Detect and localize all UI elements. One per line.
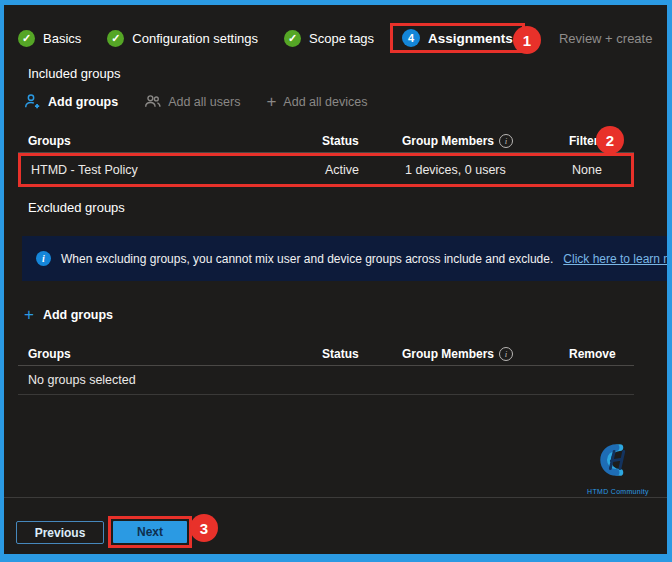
assignments-wizard-screen: ✓ Basics ✓ Configuration settings ✓ Scop… — [0, 0, 672, 562]
check-icon: ✓ — [284, 30, 301, 47]
add-all-users-button[interactable]: Add all users — [144, 93, 240, 110]
htmd-community-logo: HTMD Community — [585, 437, 651, 495]
column-header-group-members: Group Members i — [402, 347, 569, 361]
add-groups-button[interactable]: Add groups — [24, 93, 118, 110]
column-header-status: Status — [322, 134, 402, 148]
included-groups-table: Groups Status Group Members i Filter HTM… — [18, 129, 634, 187]
next-button[interactable]: Next — [113, 521, 187, 543]
column-header-group-members: Group Members i — [402, 134, 569, 148]
person-add-icon — [24, 93, 41, 110]
column-header-label: Group Members — [402, 134, 494, 148]
column-header-status: Status — [322, 347, 402, 361]
step-number-badge: 4 — [402, 29, 420, 47]
annotation-box-next: Next — [108, 516, 192, 548]
check-icon: ✓ — [18, 30, 35, 47]
empty-table-message: No groups selected — [18, 366, 634, 395]
previous-button[interactable]: Previous — [16, 521, 104, 544]
table-header-row: Groups Status Group Members i Filter — [18, 129, 634, 153]
plus-icon: + — [24, 308, 34, 322]
logo-text: HTMD Community — [585, 488, 651, 495]
tab-review-create[interactable]: Review + create — [559, 31, 653, 46]
plus-icon: + — [266, 95, 276, 109]
tab-label: Assignments — [428, 31, 513, 46]
people-icon — [144, 93, 161, 110]
excluded-groups-heading: Excluded groups — [28, 200, 125, 215]
excluded-add-groups-button[interactable]: + Add groups — [24, 308, 113, 322]
check-icon: ✓ — [107, 30, 124, 47]
annotation-step-2: 2 — [596, 126, 624, 154]
cell-filter: None — [572, 163, 631, 177]
cell-group-name: HTMD - Test Policy — [31, 163, 325, 177]
info-icon[interactable]: i — [499, 347, 513, 361]
footer-divider — [4, 497, 667, 498]
action-label: Add all devices — [283, 95, 367, 109]
tab-basics[interactable]: ✓ Basics — [18, 30, 81, 47]
banner-text: When excluding groups, you cannot mix us… — [61, 252, 553, 266]
tab-assignments[interactable]: 4 Assignments — [390, 23, 525, 53]
cell-members: 1 devices, 0 users — [405, 163, 572, 177]
htmd-logo-icon — [589, 437, 647, 483]
annotation-step-1: 1 — [513, 26, 541, 54]
tab-label: Configuration settings — [132, 31, 258, 46]
tab-label: Review + create — [559, 31, 653, 46]
cell-status: Active — [325, 163, 405, 177]
wizard-steps: ✓ Basics ✓ Configuration settings ✓ Scop… — [18, 21, 652, 55]
tab-label: Scope tags — [309, 31, 374, 46]
annotation-step-3: 3 — [190, 514, 218, 542]
column-header-remove: Remove — [569, 347, 634, 361]
action-label: Add groups — [48, 95, 118, 109]
included-groups-heading: Included groups — [28, 66, 121, 81]
add-all-devices-button[interactable]: + Add all devices — [266, 95, 367, 109]
tab-configuration-settings[interactable]: ✓ Configuration settings — [107, 30, 258, 47]
column-header-label: Group Members — [402, 347, 494, 361]
info-icon[interactable]: i — [499, 134, 513, 148]
learn-more-link[interactable]: Click here to learn more about — [563, 252, 667, 266]
action-label: Add all users — [168, 95, 240, 109]
column-header-groups: Groups — [28, 347, 322, 361]
table-header-row: Groups Status Group Members i Remove — [18, 342, 634, 366]
tab-label: Basics — [43, 31, 81, 46]
table-row[interactable]: HTMD - Test Policy Active 1 devices, 0 u… — [21, 156, 631, 184]
tab-scope-tags[interactable]: ✓ Scope tags — [284, 30, 374, 47]
info-icon: i — [36, 251, 51, 266]
excluded-groups-table: Groups Status Group Members i Remove No … — [18, 342, 634, 395]
action-label: Add groups — [43, 308, 113, 322]
info-banner: i When excluding groups, you cannot mix … — [22, 236, 667, 281]
column-header-groups: Groups — [28, 134, 322, 148]
included-groups-actions: Add groups Add all users + Add all devic… — [24, 93, 367, 110]
annotation-box-row: HTMD - Test Policy Active 1 devices, 0 u… — [18, 153, 634, 187]
